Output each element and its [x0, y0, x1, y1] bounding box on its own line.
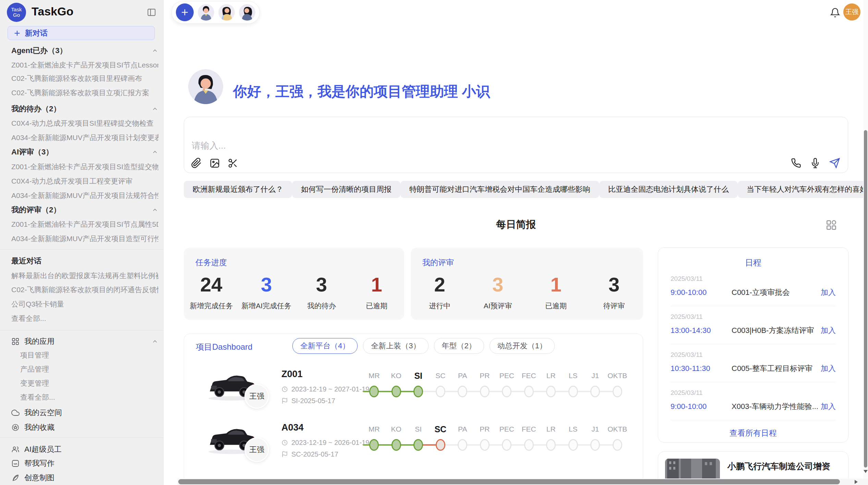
list-item[interactable]: Z001-全新燃油轻卡产品开发项目SI节点属性5D文件评审: [11, 217, 158, 232]
chat-input-placeholder: 请输入...: [192, 140, 226, 152]
tab-all-new-body[interactable]: 全新上装（3）: [363, 338, 428, 354]
milestone-column: J1: [584, 422, 606, 452]
schedule-item: 2025/03/11 9:00-10:00 X003-车辆动力学性能验... 加…: [671, 382, 836, 420]
schedule-item: 2025/03/11 13:00-14:30 C003|H0B-方案冻结评审 加…: [671, 306, 836, 344]
project-code: Z001: [281, 369, 303, 380]
sidebar-item-ai-super-staff[interactable]: AI超级员工: [11, 442, 158, 457]
creative-drawing-label: 创意制图: [24, 473, 55, 483]
sidebar-item-change-mgmt[interactable]: 变更管理: [20, 376, 158, 390]
list-item[interactable]: Z001-全新燃油轻卡产品开发项目SI造型提交物评审: [11, 160, 158, 174]
stat-my-todo: 3我的待办: [294, 274, 349, 320]
project-flag-milestone: SI-2025-05-17: [281, 397, 335, 405]
image-icon[interactable]: [209, 158, 220, 169]
milestone-dot: [436, 439, 445, 451]
suggestion-chip[interactable]: 欧洲新规最近颁布了什么？: [184, 181, 292, 198]
notification-bell-icon[interactable]: [830, 8, 840, 18]
vertical-scrollbar[interactable]: [863, 0, 868, 485]
section-label: 我的评审（2）: [11, 205, 61, 215]
agent-avatar[interactable]: [218, 4, 235, 21]
sidebar-item-my-favorites[interactable]: 我的收藏: [11, 420, 158, 435]
list-item[interactable]: Z001-全新燃油皮卡产品开发项目SI节点Lesson Learn报告: [11, 58, 158, 72]
chat-input-box[interactable]: 请输入...: [184, 117, 848, 173]
app-logo: Task Go: [7, 3, 26, 22]
join-link[interactable]: 加入: [821, 401, 836, 412]
sidebar-item-product-mgmt[interactable]: 产品管理: [20, 362, 158, 376]
suggestion-chip[interactable]: 当下年轻人对汽车外观有怎样的喜好趋势: [738, 181, 868, 198]
horizontal-scrollbar[interactable]: [177, 478, 868, 485]
milestone-label: PEC: [496, 368, 518, 383]
horizontal-scrollbar-thumb[interactable]: [178, 479, 840, 484]
sidebar-item-project-mgmt[interactable]: 项目管理: [20, 348, 158, 362]
milestone-column: SI: [407, 422, 430, 452]
agent-avatar[interactable]: [239, 4, 255, 21]
tab-model-year[interactable]: 年型（2）: [434, 338, 484, 354]
join-link[interactable]: 加入: [821, 325, 836, 336]
section-agent-done[interactable]: Agent已办（3）: [11, 43, 158, 58]
view-all-apps[interactable]: 查看全部...: [20, 390, 158, 405]
layout-grid-icon[interactable]: [825, 219, 838, 232]
chevron-up-icon: [152, 207, 158, 213]
suggestion-chip[interactable]: 特朗普可能对进口汽车增税会对中国车企造成哪些影响: [400, 181, 599, 198]
milestone-label: KO: [385, 422, 408, 437]
project-row[interactable]: 王强 Z001 2023-12-19 ~ 2027-01-19 SI-2025-…: [184, 368, 643, 422]
section-my-todo[interactable]: 我的待办（2）: [11, 102, 158, 116]
attachment-icon[interactable]: [191, 158, 202, 169]
join-link[interactable]: 加入: [821, 287, 836, 298]
milestone-column: PA: [451, 422, 474, 452]
project-owner-badge: 王强: [244, 437, 269, 462]
list-item[interactable]: C02-飞腾新能源轻客改款项目里程碑画布: [11, 71, 158, 86]
agent-avatar[interactable]: [198, 4, 214, 21]
send-icon[interactable]: [829, 158, 840, 169]
project-row[interactable]: 王强 A034 2023-12-19 ~ 2026-01-19 SC-2025-…: [184, 422, 643, 475]
list-item[interactable]: A034-全新新能源MUV产品开发项目造型可行性评审: [11, 232, 158, 246]
vertical-scrollbar-thumb[interactable]: [864, 130, 867, 468]
milestone-label: SI: [407, 422, 430, 437]
phone-call-icon[interactable]: [791, 158, 801, 168]
section-my-review[interactable]: 我的评审（2）: [11, 203, 158, 217]
scroll-right-arrow-icon[interactable]: [855, 480, 858, 484]
add-agent-button[interactable]: [176, 3, 194, 21]
project-dashboard-card: 项目Dashboard 全新平台（4） 全新上装（3） 年型（2） 动总开发（1…: [184, 334, 643, 485]
schedule-date: 2025/03/11: [671, 351, 836, 359]
milestone-column: J1: [584, 368, 606, 398]
sidebar-item-my-cloud[interactable]: 我的云空间: [11, 406, 158, 420]
list-item[interactable]: 解释最新出台的欧盟报废车法规再生塑料比例被调至15%...: [11, 269, 158, 283]
milestone-dot: [480, 439, 490, 451]
schedule-title: 日程: [671, 257, 836, 268]
microphone-icon[interactable]: [810, 158, 820, 168]
list-item[interactable]: A034-全新新能源MUV产品开发项目法规符合性评审: [11, 188, 158, 203]
schedule-time: 13:00-14:30: [671, 326, 732, 335]
list-item[interactable]: C0X4-动力总成开发项目SI里程碑提交物检查: [11, 116, 158, 130]
join-link[interactable]: 加入: [821, 363, 836, 374]
schedule-name: C003|H0B-方案冻结评审: [732, 325, 821, 336]
chevron-up-icon: [152, 47, 158, 54]
list-item[interactable]: C0X4-动力总成开发项目工程变更评审: [11, 174, 158, 188]
sidebar-item-help-me-write[interactable]: 帮我写作: [11, 456, 158, 471]
milestone-dot: [480, 386, 490, 397]
suggestion-chip[interactable]: 如何写一份清晰的项目周报: [292, 181, 400, 198]
stat-overdue: 1已逾期: [527, 274, 585, 320]
list-item[interactable]: C02-飞腾新能源轻客改款项目的闭环通告反馈情况: [11, 283, 158, 297]
scissors-icon[interactable]: [228, 158, 238, 169]
user-avatar[interactable]: 王强: [843, 3, 860, 21]
view-all-chats[interactable]: 查看全部...: [11, 311, 158, 326]
new-chat-button[interactable]: 新对话: [8, 26, 155, 40]
list-item[interactable]: 公司Q3轻卡销量: [11, 297, 158, 311]
milestone-label: PEC: [496, 422, 518, 437]
tab-all-new-platform[interactable]: 全新平台（4）: [292, 338, 358, 354]
quill-icon: [11, 474, 20, 482]
flag-icon: [281, 451, 288, 458]
scroll-down-arrow-icon[interactable]: [864, 470, 868, 473]
my-review-card: 我的评审 2进行中 3AI预评审 1已逾期 3待评审: [411, 248, 643, 320]
sidebar-item-my-apps[interactable]: 我的应用: [11, 334, 158, 349]
milestone-label: J1: [584, 422, 606, 437]
collapse-sidebar-icon[interactable]: [147, 8, 156, 17]
section-ai-review[interactable]: AI评审（3）: [11, 145, 158, 159]
view-all-schedule-link[interactable]: 查看所有日程: [671, 428, 836, 438]
suggestion-chip[interactable]: 比亚迪全固态电池计划具体说了什么: [599, 181, 738, 198]
list-item[interactable]: C02-飞腾新能源轻客改款项目立项汇报方案: [11, 86, 158, 100]
list-item[interactable]: A034-全新新能源MUV产品开发项目计划变更表编写: [11, 130, 158, 145]
tab-powertrain-dev[interactable]: 动总开发（1）: [490, 338, 555, 354]
cloud-icon: [11, 409, 20, 417]
sidebar-item-creative-drawing[interactable]: 创意制图: [11, 471, 158, 485]
